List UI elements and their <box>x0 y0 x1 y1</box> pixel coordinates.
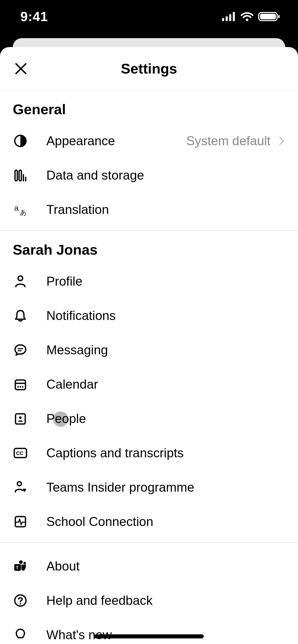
page-title: Settings <box>0 60 298 77</box>
svg-text:あ: あ <box>20 209 27 216</box>
lightbulb-icon <box>13 627 28 642</box>
row-label: School Connection <box>46 514 285 529</box>
row-captions[interactable]: CC Captions and transcripts <box>0 436 298 470</box>
row-people[interactable]: People <box>0 401 298 436</box>
spacer <box>0 543 298 549</box>
bell-icon <box>13 308 28 323</box>
settings-sheet: Settings General Appearance System defau… <box>0 47 298 644</box>
row-notifications[interactable]: Notifications <box>0 298 298 333</box>
svg-rect-2 <box>229 14 231 21</box>
svg-rect-11 <box>15 170 17 181</box>
svg-point-24 <box>22 386 23 388</box>
svg-point-23 <box>20 386 21 388</box>
teams-icon: T <box>13 559 28 574</box>
row-label: Translation <box>46 202 285 217</box>
svg-text:CC: CC <box>16 450 23 456</box>
calendar-icon <box>13 377 28 392</box>
row-label: Data and storage <box>46 168 285 183</box>
cellular-icon <box>222 12 236 21</box>
svg-rect-1 <box>226 16 228 21</box>
row-label: Help and feedback <box>46 593 285 608</box>
row-translation[interactable]: aあ Translation <box>0 192 298 227</box>
row-insider[interactable]: Teams Insider programme <box>0 470 298 504</box>
svg-point-22 <box>17 386 19 388</box>
status-icons <box>222 11 280 22</box>
row-label: People <box>46 411 285 426</box>
svg-point-32 <box>23 562 26 564</box>
row-label: Calendar <box>46 377 285 392</box>
row-label: Notifications <box>46 308 285 323</box>
svg-rect-20 <box>15 380 25 390</box>
activity-icon <box>13 514 28 529</box>
person-heart-icon <box>13 480 28 495</box>
row-label: Teams Insider programme <box>46 480 285 495</box>
svg-text:a: a <box>14 204 19 212</box>
row-help-feedback[interactable]: Help and feedback <box>0 583 298 618</box>
battery-icon <box>258 11 280 22</box>
row-label: Messaging <box>46 343 285 357</box>
row-data-storage[interactable]: Data and storage <box>0 158 298 192</box>
row-messaging[interactable]: Messaging <box>0 333 298 367</box>
status-bar: 9:41 <box>0 0 298 33</box>
row-calendar[interactable]: Calendar <box>0 367 298 401</box>
svg-point-26 <box>19 416 22 419</box>
contact-card-icon <box>13 411 28 426</box>
help-icon <box>13 593 28 608</box>
device-frame: 9:41 Settings General <box>0 0 298 644</box>
row-about[interactable]: T About <box>0 549 298 583</box>
status-time: 9:41 <box>20 9 48 24</box>
row-label: Appearance <box>46 134 186 148</box>
svg-rect-0 <box>222 18 224 21</box>
row-label: About <box>46 559 285 574</box>
row-appearance[interactable]: Appearance System default <box>0 124 298 158</box>
close-icon <box>15 62 27 75</box>
svg-point-36 <box>20 603 21 605</box>
cc-icon: CC <box>13 445 28 461</box>
row-school-connection[interactable]: School Connection <box>0 504 298 539</box>
svg-point-17 <box>18 276 23 281</box>
row-label: Captions and transcripts <box>46 446 285 460</box>
translate-icon: aあ <box>13 202 28 217</box>
contrast-icon <box>13 133 28 149</box>
section-header-general: General <box>0 90 298 124</box>
home-indicator[interactable] <box>94 634 204 638</box>
svg-rect-6 <box>260 14 276 19</box>
svg-point-29 <box>17 482 21 486</box>
bars-icon <box>13 168 28 183</box>
svg-rect-7 <box>278 15 280 18</box>
row-profile[interactable]: Profile <box>0 264 298 298</box>
svg-text:T: T <box>16 565 19 570</box>
person-icon <box>13 274 28 289</box>
sheet-header: Settings <box>0 47 298 90</box>
svg-point-4 <box>246 19 248 21</box>
section-header-account: Sarah Jonas <box>0 231 298 264</box>
wifi-icon <box>240 12 254 21</box>
svg-point-31 <box>19 560 23 564</box>
row-whats-new[interactable]: What's new <box>0 618 298 644</box>
row-value: System default <box>186 134 270 148</box>
close-button[interactable] <box>13 61 29 77</box>
chevron-right-icon <box>278 135 285 147</box>
settings-content[interactable]: General Appearance System default Data a… <box>0 90 298 644</box>
chat-icon <box>13 342 28 358</box>
svg-rect-3 <box>233 12 235 21</box>
row-label: Profile <box>46 274 285 289</box>
svg-rect-12 <box>19 170 21 181</box>
